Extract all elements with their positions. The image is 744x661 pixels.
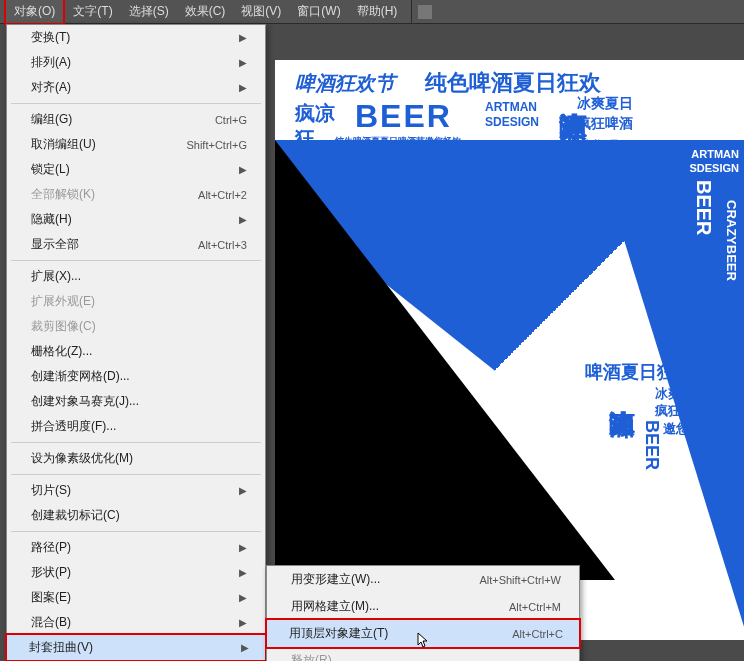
menu-window[interactable]: 窗口(W) xyxy=(289,0,348,23)
art-text: 冰爽夏日 xyxy=(577,95,633,113)
submenu-make-with-warp[interactable]: 用变形建立(W)...Alt+Shift+Ctrl+W xyxy=(267,566,579,593)
menu-mosaic[interactable]: 创建对象马赛克(J)... xyxy=(7,389,265,414)
art-text: 纯色啤酒夏日狂欢 xyxy=(425,68,601,98)
submenu-make-with-mesh[interactable]: 用网格建立(M)...Alt+Ctrl+M xyxy=(267,593,579,620)
menu-gradient[interactable]: 创建渐变网格(D)... xyxy=(7,364,265,389)
chevron-right-icon: ▶ xyxy=(239,542,247,553)
menu-lock[interactable]: 锁定(L)▶ xyxy=(7,157,265,182)
art-text: BEER xyxy=(641,420,662,470)
art-text: CRAZYBEER xyxy=(710,420,726,507)
layout-icon[interactable] xyxy=(418,5,432,19)
menu-pattern[interactable]: 图案(E)▶ xyxy=(7,585,265,610)
chevron-right-icon: ▶ xyxy=(239,592,247,603)
art-text: 冰爽夏日 xyxy=(655,385,707,403)
art-text: 啤酒夏日狂欢 xyxy=(585,360,693,384)
menu-shape[interactable]: 形状(P)▶ xyxy=(7,560,265,585)
menu-slice[interactable]: 切片(S)▶ xyxy=(7,478,265,503)
menu-crop: 裁剪图像(C) xyxy=(7,314,265,339)
menu-help[interactable]: 帮助(H) xyxy=(349,0,406,23)
menu-type[interactable]: 文字(T) xyxy=(65,0,120,23)
art-text: 邀您喝 xyxy=(663,420,702,438)
menu-envelope-distort[interactable]: 封套扭曲(V)▶ xyxy=(5,633,267,661)
menu-path[interactable]: 路径(P)▶ xyxy=(7,535,265,560)
menu-flatten[interactable]: 拼合透明度(F)... xyxy=(7,414,265,439)
menu-unlockall: 全部解锁(K)Alt+Ctrl+2 xyxy=(7,182,265,207)
menu-transform[interactable]: 变换(T)▶ xyxy=(7,25,265,50)
art-text: 疯狂啤酒 xyxy=(577,115,633,133)
menu-showall[interactable]: 显示全部Alt+Ctrl+3 xyxy=(7,232,265,257)
chevron-right-icon: ▶ xyxy=(239,485,247,496)
menu-object[interactable]: 对象(O) xyxy=(4,0,65,25)
menu-view[interactable]: 视图(V) xyxy=(233,0,289,23)
object-menu-dropdown: 变换(T)▶ 排列(A)▶ 对齐(A)▶ 编组(G)Ctrl+G 取消编组(U)… xyxy=(6,24,266,661)
menu-hide[interactable]: 隐藏(H)▶ xyxy=(7,207,265,232)
chevron-right-icon: ▶ xyxy=(241,642,249,653)
separator xyxy=(11,260,261,261)
art-text: BEER xyxy=(355,98,452,135)
separator xyxy=(11,442,261,443)
art-text: ARTMAN xyxy=(485,100,537,114)
separator xyxy=(411,0,412,24)
separator xyxy=(11,474,261,475)
art-text: 疯凉 xyxy=(295,100,335,127)
menu-expand[interactable]: 扩展(X)... xyxy=(7,264,265,289)
menubar: 对象(O) 文字(T) 选择(S) 效果(C) 视图(V) 窗口(W) 帮助(H… xyxy=(0,0,744,24)
art-text: 疯狂啤酒 xyxy=(655,402,707,420)
chevron-right-icon: ▶ xyxy=(239,82,247,93)
art-text: SDESIGN xyxy=(485,115,539,129)
chevron-right-icon: ▶ xyxy=(239,567,247,578)
separator xyxy=(11,531,261,532)
menu-rasterize[interactable]: 栅格化(Z)... xyxy=(7,339,265,364)
menu-select[interactable]: 选择(S) xyxy=(121,0,177,23)
menu-arrange[interactable]: 排列(A)▶ xyxy=(7,50,265,75)
chevron-right-icon: ▶ xyxy=(239,214,247,225)
menu-blend[interactable]: 混合(B)▶ xyxy=(7,610,265,635)
art-text: 啤酒狂欢节 xyxy=(295,70,395,97)
menu-group[interactable]: 编组(G)Ctrl+G xyxy=(7,107,265,132)
menu-align[interactable]: 对齐(A)▶ xyxy=(7,75,265,100)
chevron-right-icon: ▶ xyxy=(239,57,247,68)
artboard: 啤酒狂欢节 纯色啤酒夏日狂欢 BEER ARTMAN SDESIGN 疯凉 狂 … xyxy=(275,60,744,640)
menu-pixelperf[interactable]: 设为像素级优化(M) xyxy=(7,446,265,471)
menu-trim[interactable]: 创建裁切标记(C) xyxy=(7,503,265,528)
toolbar-icons xyxy=(418,5,432,19)
menu-effect[interactable]: 效果(C) xyxy=(177,0,234,23)
chevron-right-icon: ▶ xyxy=(239,617,247,628)
chevron-right-icon: ▶ xyxy=(239,164,247,175)
cursor-icon xyxy=(416,632,432,651)
separator xyxy=(11,103,261,104)
chevron-right-icon: ▶ xyxy=(239,32,247,43)
menu-ungroup[interactable]: 取消编组(U)Shift+Ctrl+G xyxy=(7,132,265,157)
menu-expandapp: 扩展外观(E) xyxy=(7,289,265,314)
